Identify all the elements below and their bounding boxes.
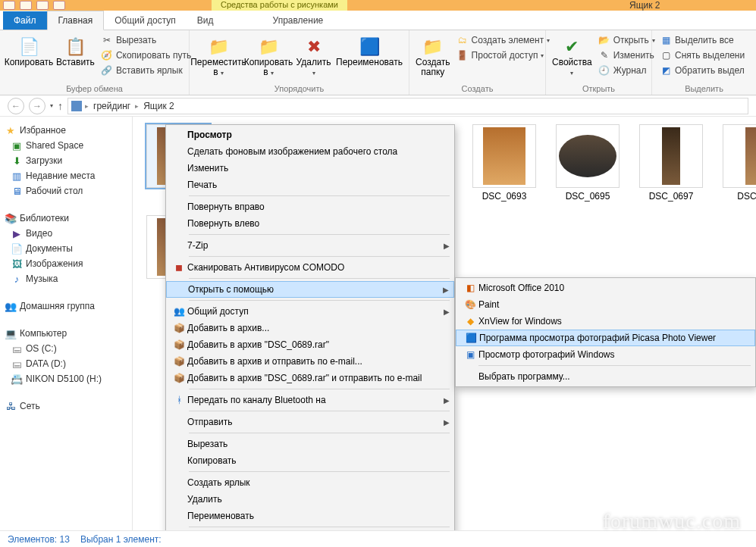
label: NIKON D5100 (H:) bbox=[26, 374, 102, 384]
label: Загрузки bbox=[26, 155, 62, 166]
qat-icon[interactable] bbox=[36, 1, 49, 10]
move-to-button[interactable]: 📁 Переместить в ▾ bbox=[196, 33, 241, 78]
ctx-rotate-right[interactable]: Повернуть вправо bbox=[166, 198, 454, 215]
ctx-cut[interactable]: Вырезать bbox=[166, 436, 454, 452]
tree-homegroup[interactable]: 👥Домашняя группа bbox=[3, 299, 129, 314]
copy-path-button[interactable]: 🧭Скопировать путь bbox=[99, 48, 193, 62]
ctx-shared-access[interactable]: 👥Общий доступ▶ bbox=[166, 303, 454, 320]
tab-manage[interactable]: Управление bbox=[262, 11, 334, 30]
ctx-comodo-scan[interactable]: ◼Сканировать Антивирусом COMODO bbox=[166, 259, 454, 276]
group-organize: 📁 Переместить в ▾ 📁 Копировать в ▾ ✖ Уда… bbox=[190, 30, 409, 95]
ctx-copy[interactable]: Копировать bbox=[166, 452, 454, 469]
tree-music[interactable]: ♪Музыка bbox=[3, 271, 129, 286]
tab-view[interactable]: Вид bbox=[187, 11, 224, 30]
tree-network[interactable]: 🖧Сеть bbox=[3, 399, 129, 414]
qat-icon[interactable] bbox=[20, 1, 32, 10]
new-folder-button[interactable]: 📁 Создать папку bbox=[416, 33, 450, 77]
ctx-7zip[interactable]: 7-Zip▶ bbox=[166, 237, 454, 254]
cut-button[interactable]: ✂Вырезать bbox=[99, 33, 193, 47]
breadcrumb[interactable]: ▸ грейдинг ▸ Ящик 2 bbox=[67, 98, 748, 114]
open-with-xnview[interactable]: ◆XnView for Windows bbox=[456, 313, 755, 330]
ctx-rename[interactable]: Переименовать bbox=[166, 508, 454, 524]
ctx-open-with[interactable]: Открыть с помощью▶ bbox=[166, 281, 454, 298]
tree-downloads[interactable]: ⬇Загрузки bbox=[3, 153, 129, 168]
copy-icon: 📄 bbox=[17, 35, 41, 58]
ctx-set-background[interactable]: Сделать фоновым изображением рабочего ст… bbox=[166, 143, 454, 160]
qat-icon[interactable] bbox=[53, 1, 65, 10]
path-icon: 🧭 bbox=[101, 49, 113, 61]
qat-icon[interactable] bbox=[3, 1, 15, 10]
file-thumb[interactable]: DSC_0695 bbox=[550, 124, 626, 202]
breadcrumb-seg[interactable]: Ящик 2 bbox=[142, 101, 176, 111]
tree-video[interactable]: ▶Видео bbox=[3, 226, 129, 241]
folder-icon: 🗂 bbox=[456, 34, 469, 46]
separator bbox=[189, 300, 450, 301]
open-with-picasa[interactable]: 🟦Программа просмотра фотографий Picasa P… bbox=[456, 330, 755, 346]
chevron-right-icon[interactable]: ▸ bbox=[83, 102, 90, 110]
tab-file[interactable]: Файл bbox=[3, 11, 47, 30]
ctx-add-email[interactable]: 📦Добавить в архив и отправить по e-mail.… bbox=[166, 353, 454, 370]
separator bbox=[189, 278, 450, 279]
tree-libraries[interactable]: 📚Библиотеки bbox=[3, 211, 129, 226]
back-button[interactable]: ← bbox=[8, 98, 24, 114]
spacer bbox=[3, 314, 129, 326]
delete-button[interactable]: ✖ Удалить ▾ bbox=[296, 33, 331, 78]
tree-favorites[interactable]: ★Избранное bbox=[3, 123, 129, 138]
forward-button[interactable]: → bbox=[29, 98, 45, 114]
ctx-add-rar-email[interactable]: 📦Добавить в архив "DSC_0689.rar" и отпра… bbox=[166, 370, 454, 386]
tree-computer[interactable]: 💻Компьютер bbox=[3, 326, 129, 341]
select-none-button[interactable]: ▢Снять выделени bbox=[658, 48, 746, 62]
copy-button[interactable]: 📄 Копировать bbox=[6, 33, 52, 67]
history-button[interactable]: 🕘Журнал bbox=[597, 64, 657, 77]
tree-documents[interactable]: 📄Документы bbox=[3, 241, 129, 256]
open-with-windows-viewer[interactable]: ▣Просмотр фотографий Windows bbox=[456, 346, 755, 363]
edit-button[interactable]: ✎Изменить bbox=[597, 48, 657, 62]
tab-share[interactable]: Общий доступ bbox=[104, 11, 187, 30]
ctx-preview[interactable]: Просмотр bbox=[166, 127, 454, 143]
ctx-shortcut[interactable]: Создать ярлык bbox=[166, 474, 454, 491]
breadcrumb-seg[interactable]: грейдинг bbox=[92, 101, 132, 111]
tree-recent[interactable]: ▥Недавние места bbox=[3, 168, 129, 183]
group-open: ✔ Свойства ▾ 📂Открыть ▾ ✎Изменить 🕘Журна… bbox=[546, 30, 652, 95]
tree-drive-h[interactable]: 📇NIKON D5100 (H:) bbox=[3, 371, 129, 386]
ctx-add-archive[interactable]: 📦Добавить в архив... bbox=[166, 320, 454, 336]
ctx-rotate-left[interactable]: Повернуть влево bbox=[166, 215, 454, 232]
ctx-delete[interactable]: Удалить bbox=[166, 491, 454, 508]
office-icon: ◧ bbox=[462, 283, 478, 293]
file-thumb[interactable]: DSC_0693 bbox=[466, 124, 542, 202]
select-all-button[interactable]: ▦Выделить все bbox=[658, 33, 746, 47]
rename-button[interactable]: 🟦 Переименовать bbox=[336, 33, 403, 67]
tab-home[interactable]: Главная bbox=[47, 11, 105, 30]
paste-shortcut-button[interactable]: 🔗Вставить ярлык bbox=[99, 64, 193, 77]
ctx-edit[interactable]: Изменить bbox=[166, 160, 454, 177]
invert-selection-button[interactable]: ◩Обратить выдел bbox=[658, 64, 746, 77]
up-button[interactable]: ↑ bbox=[58, 100, 63, 112]
thumbnail-icon bbox=[472, 124, 536, 188]
tree-shared-space[interactable]: ▣Shared Space bbox=[3, 138, 129, 153]
picture-tools-tab[interactable]: Средства работы с рисунками bbox=[212, 0, 347, 11]
history-dropdown[interactable]: ▾ bbox=[50, 102, 53, 109]
file-thumb[interactable]: DSC_06 bbox=[717, 124, 756, 202]
copy-to-button[interactable]: 📁 Копировать в ▾ bbox=[246, 33, 291, 78]
ctx-bluetooth[interactable]: ᚼПередать по каналу Bluetooth на▶ bbox=[166, 392, 454, 408]
tree-desktop[interactable]: 🖥Рабочий стол bbox=[3, 183, 129, 198]
open-with-choose[interactable]: Выбрать программу... bbox=[456, 368, 755, 385]
label: Сеть bbox=[20, 401, 40, 411]
ctx-print[interactable]: Печать bbox=[166, 177, 454, 193]
file-thumb[interactable]: DSC_0697 bbox=[633, 124, 709, 202]
easy-access-button[interactable]: 🚪Простой доступ ▾ bbox=[455, 48, 552, 62]
tree-drive-d[interactable]: 🖴DATA (D:) bbox=[3, 356, 129, 371]
ctx-send-to[interactable]: Отправить▶ bbox=[166, 414, 454, 430]
open-with-paint[interactable]: 🎨Paint bbox=[456, 296, 755, 313]
properties-button[interactable]: ✔ Свойства ▾ bbox=[552, 33, 592, 78]
ctx-add-rar[interactable]: 📦Добавить в архив "DSC_0689.rar" bbox=[166, 336, 454, 353]
tree-drive-c[interactable]: 🖴OS (C:) bbox=[3, 341, 129, 356]
library-icon: 📚 bbox=[5, 212, 17, 224]
open-split-button[interactable]: 📂Открыть ▾ bbox=[597, 33, 657, 47]
context-menu: Просмотр Сделать фоновым изображением ра… bbox=[165, 124, 455, 547]
paste-button[interactable]: 📋 Вставить bbox=[56, 33, 95, 67]
tree-pictures[interactable]: 🖼Изображения bbox=[3, 256, 129, 271]
open-with-office[interactable]: ◧Microsoft Office 2010 bbox=[456, 280, 755, 296]
new-item-button[interactable]: 🗂Создать элемент ▾ bbox=[455, 33, 552, 47]
chevron-right-icon[interactable]: ▸ bbox=[133, 102, 140, 110]
